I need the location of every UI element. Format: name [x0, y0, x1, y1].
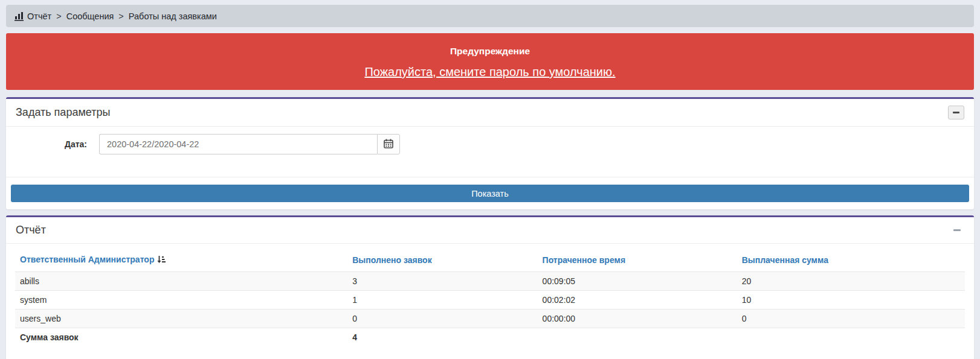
params-panel-footer: Показать [6, 177, 974, 209]
cell-total-sum [737, 328, 965, 347]
cell-total-label: Сумма заявок [15, 328, 347, 347]
table-total-row: Сумма заявок 4 [15, 328, 965, 347]
cell-sum: 20 [737, 272, 965, 291]
page: Отчёт > Сообщения > Работы над заявками … [0, 0, 980, 359]
report-table-container: Ответственный Администратор Выполнено за… [6, 244, 974, 359]
sort-amount-icon[interactable] [157, 256, 166, 265]
breadcrumb-separator: > [56, 11, 61, 21]
report-collapse-button[interactable] [950, 224, 964, 237]
cell-admin: abills [15, 272, 347, 291]
cell-done: 3 [347, 272, 537, 291]
column-header-time[interactable]: Потраченное время [538, 249, 737, 272]
cell-admin: system [15, 291, 347, 310]
cell-time: 00:02:02 [538, 291, 737, 310]
cell-sum: 10 [737, 291, 965, 310]
cell-done: 0 [347, 310, 537, 328]
date-range-input[interactable] [99, 134, 377, 154]
date-label: Дата: [16, 134, 87, 154]
cell-time: 00:09:05 [538, 272, 737, 291]
minus-icon [953, 229, 961, 231]
table-row: abills 3 00:09:05 20 [15, 272, 965, 291]
breadcrumb-separator: > [118, 11, 123, 21]
breadcrumb-item-report[interactable]: Отчёт [27, 11, 51, 21]
params-panel-title: Задать параметры [16, 106, 110, 119]
bar-chart-icon [15, 11, 25, 21]
show-button[interactable]: Показать [11, 185, 969, 202]
cell-done: 1 [347, 291, 537, 310]
date-input-group [99, 134, 400, 154]
cell-total-value: 4 [347, 328, 537, 347]
report-panel: Отчёт Ответственный Администратор [6, 215, 974, 359]
breadcrumb-item-current: Работы над заявками [129, 11, 217, 21]
column-header-admin[interactable]: Ответственный Администратор [15, 249, 347, 272]
table-row: users_web 0 00:00:00 0 [15, 310, 965, 328]
calendar-picker-button[interactable] [377, 134, 400, 154]
change-password-link[interactable]: Пожалуйста, смените пароль по умолчанию. [364, 65, 615, 79]
table-header-row: Ответственный Администратор Выполнено за… [15, 249, 965, 272]
cell-sum: 0 [737, 310, 965, 328]
minus-icon [953, 112, 959, 113]
warning-title: Предупреждение [12, 46, 968, 57]
calendar-icon [384, 139, 393, 150]
cell-total-time [538, 328, 737, 347]
params-form: Дата: [6, 127, 974, 177]
report-panel-heading: Отчёт [6, 217, 974, 244]
column-header-sum[interactable]: Выплаченная сумма [737, 249, 965, 272]
breadcrumb: Отчёт > Сообщения > Работы над заявками [6, 5, 974, 27]
column-header-done[interactable]: Выполнено заявок [347, 249, 537, 272]
params-collapse-button[interactable] [948, 106, 964, 119]
cell-admin: users_web [15, 310, 347, 328]
breadcrumb-item-messages[interactable]: Сообщения [66, 11, 114, 21]
report-table: Ответственный Администратор Выполнено за… [15, 249, 965, 346]
params-panel-heading: Задать параметры [6, 99, 974, 127]
cell-time: 00:00:00 [538, 310, 737, 328]
params-panel: Задать параметры Дата: [6, 97, 974, 209]
report-panel-title: Отчёт [16, 224, 46, 237]
warning-banner: Предупреждение Пожалуйста, смените парол… [6, 33, 974, 90]
table-row: system 1 00:02:02 10 [15, 291, 965, 310]
